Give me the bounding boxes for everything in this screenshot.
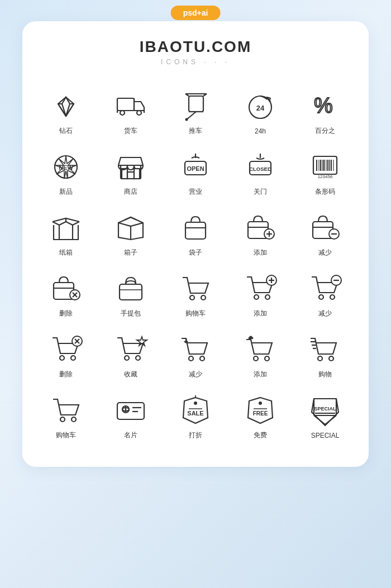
icon-box: 箱子 bbox=[98, 203, 163, 264]
svg-point-102 bbox=[60, 417, 65, 422]
svg-rect-12 bbox=[189, 96, 203, 112]
card-header: IBAOTU.COM ICONS · · · bbox=[34, 38, 357, 66]
icon-24h: 24 24h bbox=[228, 82, 293, 142]
icon-diamond: 钻石 bbox=[34, 82, 98, 142]
svg-rect-50 bbox=[185, 222, 206, 239]
svg-rect-29 bbox=[134, 169, 140, 179]
svg-point-78 bbox=[60, 356, 64, 360]
svg-marker-85 bbox=[137, 337, 147, 346]
icon-new: NEW 新品 bbox=[34, 142, 98, 203]
svg-point-86 bbox=[189, 356, 193, 361]
svg-point-75 bbox=[330, 295, 335, 299]
icon-cart-less: 减少 bbox=[163, 325, 228, 386]
svg-line-14 bbox=[187, 112, 196, 119]
svg-rect-5 bbox=[117, 98, 134, 111]
svg-text:24: 24 bbox=[256, 104, 265, 112]
icon-namecard: 名片 bbox=[98, 386, 163, 447]
svg-point-113 bbox=[259, 401, 262, 405]
icon-cart-star: 收藏 bbox=[98, 325, 163, 386]
icons-grid: 钻石 货车 bbox=[34, 82, 357, 447]
main-card: IBAOTU.COM ICONS · · · 钻石 bbox=[22, 21, 369, 467]
icon-cart-plain: 购物车 bbox=[34, 386, 98, 447]
svg-point-103 bbox=[71, 417, 76, 422]
svg-point-7 bbox=[120, 111, 125, 115]
svg-text:FREE: FREE bbox=[253, 410, 268, 417]
svg-point-97 bbox=[318, 356, 322, 361]
icon-free-tag: FREE 免费 bbox=[228, 386, 293, 447]
icon-barcode: 123456 条形码 bbox=[293, 142, 357, 203]
svg-text:OPEN: OPEN bbox=[187, 165, 204, 172]
icon-closed: CLOSED 关门 bbox=[228, 142, 293, 203]
icon-cart: 购物车 bbox=[163, 264, 228, 325]
svg-point-91 bbox=[254, 356, 258, 361]
icon-sale-tag: SALE 打折 bbox=[163, 386, 228, 447]
svg-point-74 bbox=[319, 295, 323, 299]
svg-text:NEW: NEW bbox=[59, 164, 73, 171]
svg-point-110 bbox=[194, 401, 197, 405]
svg-point-83 bbox=[125, 356, 129, 360]
icon-open: OPEN 营业 bbox=[163, 142, 228, 203]
icon-cart-shop: 购物 bbox=[293, 325, 357, 386]
icon-cart-plus2: 添加 bbox=[228, 325, 293, 386]
svg-text:SALE: SALE bbox=[187, 410, 203, 417]
svg-point-84 bbox=[136, 356, 140, 360]
icon-shop: 商店 bbox=[98, 142, 163, 203]
svg-text:SPECIAL: SPECIAL bbox=[314, 406, 336, 412]
icon-bag-minus: 减少 bbox=[293, 203, 357, 264]
svg-text:%: % bbox=[314, 94, 333, 117]
svg-point-8 bbox=[137, 111, 141, 115]
svg-point-69 bbox=[254, 295, 259, 299]
card-title: IBAOTU.COM bbox=[34, 38, 357, 56]
svg-text:123456: 123456 bbox=[318, 174, 333, 179]
svg-point-68 bbox=[201, 295, 206, 300]
format-badge: psd+ai bbox=[171, 6, 221, 20]
icon-cart-minus: 减少 bbox=[293, 264, 357, 325]
icon-cart-delete: 删除 bbox=[34, 325, 98, 386]
card-subtitle: ICONS · · · bbox=[34, 58, 357, 66]
svg-point-92 bbox=[265, 356, 269, 361]
svg-point-98 bbox=[329, 356, 333, 361]
svg-rect-104 bbox=[117, 403, 144, 419]
icon-truck: 货车 bbox=[98, 82, 163, 142]
icon-bag-add: 添加 bbox=[228, 203, 293, 264]
icon-box-open: 纸箱 bbox=[34, 203, 98, 264]
svg-rect-66 bbox=[120, 284, 142, 300]
svg-point-70 bbox=[265, 295, 270, 299]
icon-cart-add: 添加 bbox=[228, 264, 293, 325]
icon-handbag: 手提包 bbox=[98, 264, 163, 325]
svg-point-67 bbox=[190, 295, 194, 300]
icon-special-tag: SPECIAL SPECIAL bbox=[293, 386, 357, 447]
svg-point-87 bbox=[200, 356, 204, 361]
icon-cart-push: 推车 bbox=[163, 82, 228, 142]
icon-bag: 袋子 bbox=[163, 203, 228, 264]
svg-point-15 bbox=[185, 118, 188, 121]
icon-bag-delete: 删除 bbox=[34, 264, 98, 325]
svg-point-79 bbox=[71, 356, 75, 360]
icon-percent: % 百分之 bbox=[293, 82, 357, 142]
svg-rect-27 bbox=[127, 172, 134, 179]
svg-text:CLOSED: CLOSED bbox=[249, 166, 271, 172]
